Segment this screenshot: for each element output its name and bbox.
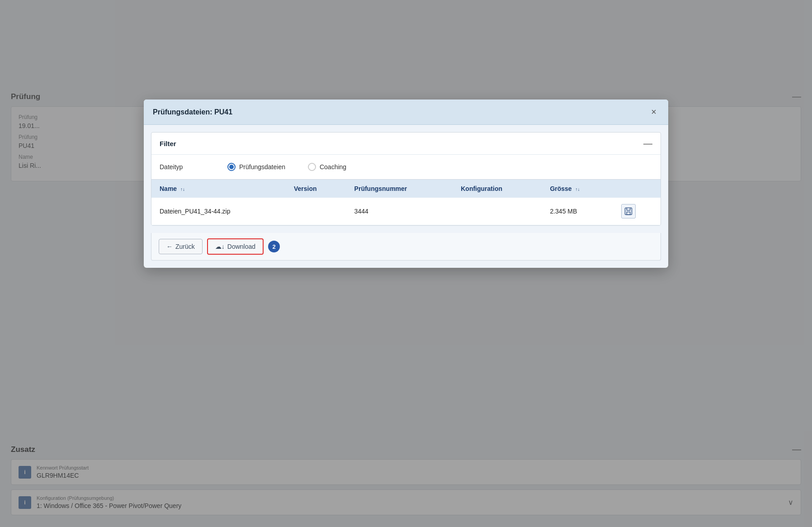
sort-name-icon: ↑↓ [180,187,185,192]
radio-coaching[interactable]: Coaching [308,163,346,171]
modal-header: Prüfungsdateien: PU41 × [144,100,668,125]
filter-header: Filter — [151,133,661,155]
filter-title: Filter [160,140,176,147]
filter-section: Filter — Dateityp Prüfungsdateien Coachi… [151,133,661,180]
svg-rect-0 [625,208,632,215]
back-arrow-icon: ← [166,243,173,250]
modal-body: Filter — Dateityp Prüfungsdateien Coachi… [151,132,661,226]
modal-footer: ← Zurück ☁↓ Download 2 [151,233,661,261]
dateityp-label: Dateityp [160,163,200,171]
close-icon: × [651,107,656,117]
filter-body: Dateityp Prüfungsdateien Coaching [151,155,661,179]
cell-groesse: 2.345 MB [542,198,613,225]
cell-save [613,198,661,225]
save-file-button[interactable] [621,204,636,218]
col-version: Version [286,180,346,198]
svg-rect-1 [627,212,630,215]
radio-pruefungsdateien-circle [227,163,236,171]
radio-coaching-label: Coaching [320,163,346,171]
cell-version [286,198,346,225]
dateityp-radio-group: Prüfungsdateien Coaching [227,163,346,171]
cell-konfiguration [453,198,542,225]
table-row: Dateien_PU41_34-44.zip 3444 2.345 MB [151,198,661,225]
radio-pruefungsdateien-label: Prüfungsdateien [239,163,285,171]
col-konfiguration: Konfiguration [453,180,542,198]
col-actions [613,180,661,198]
col-pruefungsnummer: Prüfungsnummer [346,180,453,198]
modal-title: Prüfungsdateien: PU41 [153,108,232,116]
sort-groesse-icon: ↑↓ [576,187,580,192]
col-groesse: Grösse ↑↓ [542,180,613,198]
radio-pruefungsdateien[interactable]: Prüfungsdateien [227,163,285,171]
download-button[interactable]: ☁↓ Download [207,238,264,255]
badge-2: 2 [268,241,280,252]
files-table: Name ↑↓ Version Prüfungsnummer Konfigura… [151,180,661,225]
pruefungsdateien-modal: Prüfungsdateien: PU41 × Filter — Dateity… [144,100,668,268]
radio-coaching-circle [308,163,316,171]
cell-pruefungsnummer: 3444 [346,198,453,225]
modal-zurueck-button[interactable]: ← Zurück [159,239,203,254]
table-header-row: Name ↑↓ Version Prüfungsnummer Konfigura… [151,180,661,198]
col-name: Name ↑↓ [151,180,286,198]
filter-minimize-icon[interactable]: — [643,139,652,148]
cell-name: Dateien_PU41_34-44.zip [151,198,286,225]
download-cloud-icon: ☁↓ [215,243,225,250]
modal-close-button[interactable]: × [648,106,659,118]
